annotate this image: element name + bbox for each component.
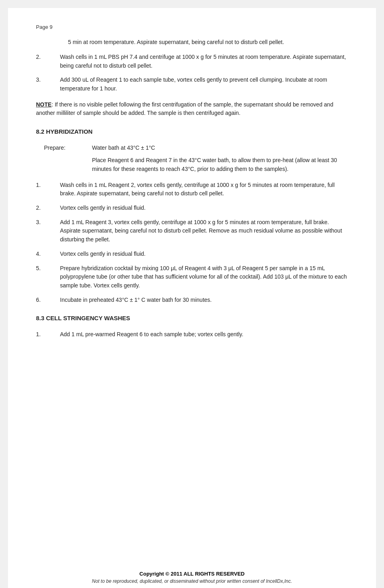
section-82-items: 1. Wash cells in 1 mL Reagent 2, vortex … (36, 181, 348, 305)
list-item: 4. Vortex cells gently in residual fluid… (36, 250, 348, 259)
prepare-block: Prepare: Water bath at 43°C ± 1°C Place … (36, 144, 348, 174)
intro-item-2-num: 2. (36, 53, 60, 70)
section-83-heading: 8.3 CELL STRINGENCY WASHES (36, 314, 348, 323)
item-text: Prepare hybridization cocktail by mixing… (60, 264, 348, 290)
intro-item-3: 3. Add 300 uL of Reagent 1 to each sampl… (36, 76, 348, 93)
content-area: 5 min at room temperature. Aspirate supe… (36, 38, 348, 339)
item-num: 1. (36, 330, 60, 339)
footer-copyright: Copyright © 2011 ALL RIGHTS RESERVED (8, 571, 376, 577)
note-text: : If there is no visible pellet followin… (36, 101, 333, 116)
intro-item-2: 2. Wash cells in 1 mL PBS pH 7.4 and cen… (36, 53, 348, 70)
intro-block: 5 min at room temperature. Aspirate supe… (36, 38, 348, 46)
item-text: Wash cells in 1 mL Reagent 2, vortex cel… (60, 181, 348, 198)
section-83-items: 1. Add 1 mL pre-warmed Reagent 6 to each… (36, 330, 348, 339)
item-num: 6. (36, 296, 60, 305)
item-num: 1. (36, 181, 60, 198)
item-text: Add 1 mL pre-warmed Reagent 6 to each sa… (60, 330, 348, 339)
list-item: 1. Wash cells in 1 mL Reagent 2, vortex … (36, 181, 348, 198)
item-num: 4. (36, 250, 60, 259)
page-container: Page 9 5 min at room temperature. Aspira… (8, 8, 376, 588)
list-item: 6. Incubate in preheated 43°C ± 1° C wat… (36, 296, 348, 305)
page-number: Page 9 (36, 24, 348, 30)
section-82-heading: 8.2 HYBRIDIZATION (36, 127, 348, 136)
item-text: Vortex cells gently in residual fluid. (60, 204, 348, 213)
prepare-content: Water bath at 43°C ± 1°C Place Reagent 6… (92, 144, 348, 174)
item-text: Vortex cells gently in residual fluid. (60, 250, 348, 259)
item-num: 3. (36, 218, 60, 244)
prepare-line1: Water bath at 43°C ± 1°C (92, 144, 348, 153)
intro-item-3-text: Add 300 uL of Reagent 1 to each sample t… (60, 76, 348, 93)
item-text: Add 1 mL Reagent 3, vortex cells gently,… (60, 218, 348, 244)
prepare-label: Prepare: (44, 144, 92, 174)
item-text: Incubate in preheated 43°C ± 1° C water … (60, 296, 348, 305)
list-item: 1. Add 1 mL pre-warmed Reagent 6 to each… (36, 330, 348, 339)
item-num: 5. (36, 264, 60, 290)
list-item: 5. Prepare hybridization cocktail by mix… (36, 264, 348, 290)
item-num: 2. (36, 204, 60, 213)
intro-item-2-text: Wash cells in 1 mL PBS pH 7.4 and centri… (60, 53, 348, 70)
intro-item-3-num: 3. (36, 76, 60, 93)
list-item: 3. Add 1 mL Reagent 3, vortex cells gent… (36, 218, 348, 244)
footer-disclaimer: Not to be reproduced, duplicated, or dis… (8, 578, 376, 584)
note-label: NOTE (36, 101, 52, 108)
prepare-line2: Place Reagent 6 and Reagent 7 in the 43°… (92, 156, 348, 173)
list-item: 2. Vortex cells gently in residual fluid… (36, 204, 348, 213)
intro-line1: 5 min at room temperature. Aspirate supe… (68, 38, 348, 46)
note-block: NOTE: If there is no visible pellet foll… (36, 100, 348, 118)
footer: Copyright © 2011 ALL RIGHTS RESERVED Not… (8, 571, 376, 584)
